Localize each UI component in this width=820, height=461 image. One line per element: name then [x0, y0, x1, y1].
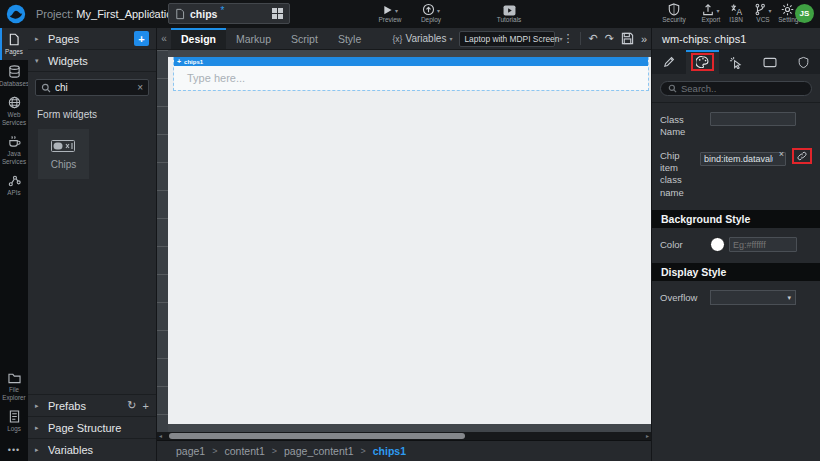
background-style-section-header: Background Style — [652, 210, 820, 228]
tab-styles[interactable] — [686, 50, 720, 74]
chevron-down-icon[interactable]: ▾ — [716, 8, 719, 16]
horizontal-scrollbar[interactable]: ◂ ▸ — [157, 432, 651, 440]
inspector-title: wm-chips: chips1 — [652, 28, 820, 50]
widget-name-label: chips1 — [184, 59, 203, 65]
annotation-red-box — [792, 148, 812, 164]
open-page-tab[interactable]: chips * — [168, 3, 290, 24]
tab-events[interactable] — [719, 50, 753, 74]
color-swatch[interactable] — [710, 237, 725, 252]
tab-markup-properties[interactable] — [652, 50, 686, 74]
tab-device[interactable] — [753, 50, 787, 74]
export-icon — [702, 3, 714, 16]
rail-item-web-services[interactable]: Web Services — [0, 91, 28, 130]
add-prefab-button[interactable]: + — [143, 400, 149, 412]
tab-script[interactable]: Script — [281, 28, 328, 49]
rail-item-java-services[interactable]: Java Services — [0, 130, 28, 169]
expanded-arrow-icon: ▾ — [35, 57, 42, 65]
page-structure-section-header[interactable]: ▸ Page Structure — [28, 416, 156, 438]
database-icon — [8, 65, 21, 78]
user-avatar[interactable]: JS — [795, 4, 814, 23]
widgets-section-header[interactable]: ▾ Widgets — [28, 50, 156, 72]
deploy-button[interactable]: ▾ Deploy — [412, 2, 450, 24]
widget-search-box[interactable]: × — [35, 79, 149, 96]
rail-item-apis[interactable]: APIs — [0, 169, 28, 201]
shield-icon — [668, 3, 680, 16]
tab-design[interactable]: Design — [171, 28, 226, 49]
translate-icon: A — [730, 3, 743, 16]
properties-panel: wm-chips: chips1 Class Name Chip item cl… — [651, 28, 820, 461]
chips-widget-selection[interactable]: + chips1 Type here... — [173, 57, 649, 91]
project-name: My_First_Application — [76, 8, 178, 20]
chip-item-class-label: Chip item class name — [660, 148, 696, 199]
preview-button[interactable]: ▾ Preview — [372, 2, 408, 24]
expand-right-panel-button[interactable]: » — [641, 33, 647, 45]
chips-input[interactable]: Type here... — [174, 66, 648, 90]
inspector-tabs — [652, 50, 820, 74]
pages-section-header[interactable]: ▸ Pages + — [28, 28, 156, 50]
variables-section-header[interactable]: ▸ Variables — [28, 438, 156, 461]
collapsed-arrow-icon: ▸ — [35, 402, 42, 410]
bind-link-icon[interactable] — [797, 151, 807, 161]
class-name-field-row: Class Name — [652, 103, 820, 139]
breadcrumb-page-content1[interactable]: page_content1 — [284, 445, 353, 457]
widget-search-input[interactable] — [55, 82, 133, 93]
left-panel: ▸ Pages + ▾ Widgets × Form widgets Chips… — [28, 28, 157, 461]
tab-style[interactable]: Style — [328, 28, 371, 49]
prefabs-section-header[interactable]: ▸ Prefabs ↻ + — [28, 394, 156, 416]
chips-widget-icon — [51, 139, 77, 153]
device-select[interactable]: Laptop with MDPI Screen ▾ — [459, 31, 555, 47]
rail-item-file-explorer[interactable]: File Explorer — [0, 367, 28, 405]
scroll-left-icon[interactable]: ◂ — [159, 432, 162, 440]
scrollbar-thumb[interactable] — [169, 433, 465, 439]
variables-dropdown[interactable]: {x} Variables ▾ — [393, 33, 453, 44]
tab-label: chips — [190, 8, 217, 20]
chips-widget-tile[interactable]: Chips — [38, 129, 89, 179]
rail-item-pages[interactable]: Pages — [0, 28, 28, 60]
element-breadcrumb: page1 > content1 > page_content1 > chips… — [157, 440, 651, 461]
search-icon — [668, 84, 677, 93]
overflow-field-row: Overflow ▾ — [652, 281, 820, 305]
breadcrumb-chips1[interactable]: chips1 — [373, 445, 406, 457]
chevron-down-icon[interactable]: ▾ — [395, 8, 398, 16]
move-icon[interactable]: + — [177, 58, 181, 65]
color-input[interactable] — [729, 237, 797, 252]
clear-search-icon[interactable]: × — [137, 82, 143, 93]
refresh-icon[interactable]: ↻ — [127, 399, 136, 412]
chevron-down-icon[interactable]: ▾ — [437, 8, 440, 16]
breadcrumb-content1[interactable]: content1 — [224, 445, 264, 457]
rail-more-button[interactable]: ••• — [0, 437, 28, 461]
security-button[interactable]: Security — [655, 2, 693, 24]
save-button[interactable] — [621, 32, 634, 45]
breadcrumb-page1[interactable]: page1 — [176, 445, 205, 457]
property-search-box[interactable] — [660, 81, 812, 96]
rail-item-databases[interactable]: Databases — [0, 60, 28, 92]
undo-button[interactable]: ↶ — [588, 32, 597, 45]
more-options-button[interactable]: ⋮ — [562, 32, 573, 45]
wavemaker-logo-icon[interactable] — [6, 4, 26, 24]
redo-button[interactable]: ↷ — [605, 32, 614, 45]
annotation-red-box — [691, 53, 714, 71]
collapse-left-panel-button[interactable]: « — [157, 28, 171, 49]
globe-icon — [8, 96, 21, 109]
video-icon — [503, 5, 516, 16]
class-name-input[interactable] — [710, 112, 796, 126]
add-page-button[interactable]: + — [134, 31, 149, 46]
overflow-select[interactable]: ▾ — [710, 290, 796, 305]
property-search-input[interactable] — [681, 83, 804, 94]
canvas-page[interactable]: + chips1 Type here... — [168, 57, 651, 424]
scroll-right-icon[interactable]: ▸ — [646, 432, 649, 440]
rail-item-logs[interactable]: Logs — [0, 405, 28, 437]
tab-security[interactable] — [786, 50, 820, 74]
svg-text:A: A — [736, 7, 742, 16]
vertical-ruler — [157, 50, 168, 432]
project-title: Project: My_First_Application — [36, 8, 178, 20]
tutorials-button[interactable]: Tutorials — [487, 2, 531, 24]
i18n-button[interactable]: A I18N — [722, 2, 750, 24]
clear-binding-icon[interactable]: × — [779, 149, 784, 159]
chevron-down-icon: ▾ — [449, 36, 452, 42]
chip-item-class-input[interactable] — [700, 152, 786, 166]
widget-selection-bar[interactable]: + chips1 — [174, 57, 648, 66]
grid-icon[interactable] — [272, 8, 283, 19]
editor-toolbar: « Design Markup Script Style {x} Variabl… — [157, 28, 651, 50]
tab-markup[interactable]: Markup — [226, 28, 281, 49]
